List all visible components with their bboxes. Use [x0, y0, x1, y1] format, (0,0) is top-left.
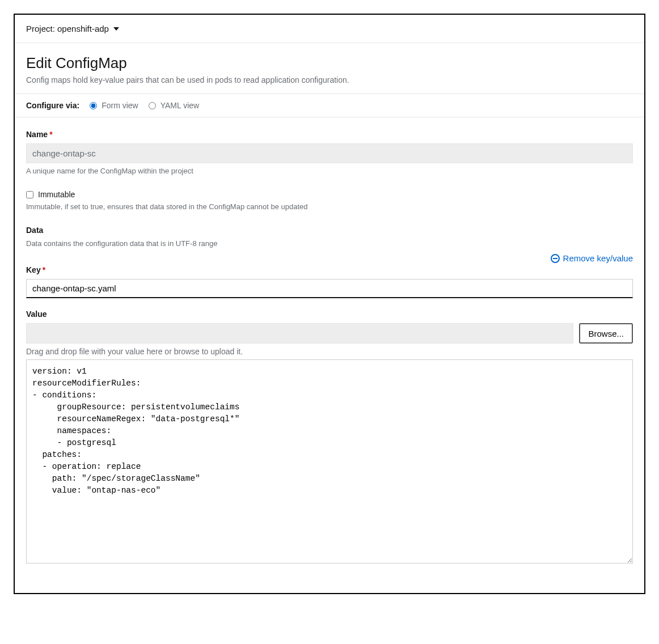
- name-label: Name*: [26, 130, 633, 139]
- project-label: Project: openshift-adp: [26, 24, 109, 33]
- immutable-label: Immutable: [38, 190, 75, 199]
- key-input[interactable]: [26, 279, 633, 298]
- radio-yaml-label: YAML view: [160, 101, 199, 110]
- configure-via-label: Configure via:: [26, 101, 79, 110]
- name-helper: A unique name for the ConfigMap within t…: [26, 167, 633, 175]
- radio-form-input[interactable]: [90, 102, 97, 109]
- value-textarea[interactable]: [26, 359, 633, 564]
- radio-form-view[interactable]: Form view: [90, 101, 138, 110]
- immutable-helper: Immutable, if set to true, ensures that …: [26, 202, 633, 211]
- radio-form-label: Form view: [102, 101, 138, 110]
- minus-circle-icon: [551, 254, 560, 263]
- chevron-down-icon: [113, 27, 119, 31]
- page-subtitle: Config maps hold key-value pairs that ca…: [26, 75, 633, 84]
- radio-yaml-input[interactable]: [149, 102, 156, 109]
- browse-button[interactable]: Browse...: [579, 323, 633, 344]
- data-label: Data: [26, 226, 633, 235]
- app-frame: Project: openshift-adp Edit ConfigMap Co…: [14, 14, 645, 594]
- required-asterisk: *: [49, 130, 52, 139]
- remove-keyvalue-label: Remove key/value: [563, 253, 633, 263]
- data-section: Data Data contains the configuration dat…: [26, 226, 633, 566]
- required-asterisk: *: [43, 265, 45, 274]
- immutable-section: Immutable Immutable, if set to true, ens…: [26, 190, 633, 211]
- name-input[interactable]: [26, 143, 633, 163]
- value-label: Value: [26, 310, 633, 319]
- value-file-input[interactable]: [26, 323, 573, 344]
- radio-yaml-view[interactable]: YAML view: [149, 101, 199, 110]
- view-toggle: Configure via: Form view YAML view: [15, 94, 644, 117]
- project-selector[interactable]: Project: openshift-adp: [15, 15, 644, 43]
- page-title: Edit ConfigMap: [26, 54, 633, 72]
- drag-drop-hint: Drag and drop file with your value here …: [26, 347, 633, 356]
- page-header: Edit ConfigMap Config maps hold key-valu…: [15, 43, 644, 94]
- data-helper: Data contains the configuration data tha…: [26, 239, 633, 248]
- name-section: Name* A unique name for the ConfigMap wi…: [26, 130, 633, 175]
- immutable-checkbox[interactable]: [26, 191, 33, 198]
- key-label: Key*: [26, 265, 633, 274]
- form-body: Name* A unique name for the ConfigMap wi…: [15, 117, 644, 593]
- remove-keyvalue-link[interactable]: Remove key/value: [551, 253, 633, 263]
